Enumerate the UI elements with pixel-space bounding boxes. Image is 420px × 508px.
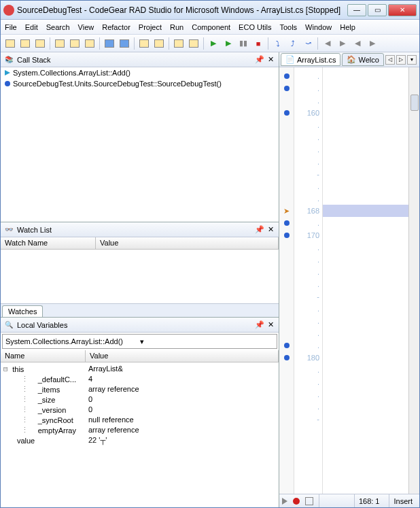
step-button[interactable]: ⤵ [271,37,285,50]
file-icon: 📄 [285,55,295,64]
locals-icon: 🔍 [3,320,14,331]
callstack-icon: 📚 [3,54,14,65]
window-title: SourceDebugTest - CodeGear RAD Studio fo… [17,5,347,15]
run-no-debug-button[interactable]: ▶ [222,37,235,50]
pause-button[interactable]: ▮▮ [237,37,250,50]
menu-project[interactable]: Project [139,23,162,31]
locals-row[interactable]: ⋮ _size0 [1,394,279,405]
nav-button[interactable]: ▶ [366,37,379,50]
maximize-button[interactable]: ▭ [368,4,387,16]
locals-context-select[interactable]: System.Collections.ArrayList::Add() ▾ [2,334,277,349]
titlebar: SourceDebugTest - CodeGear RAD Studio fo… [1,1,419,20]
menu-component[interactable]: Component [192,23,230,31]
home-icon: 🏠 [347,55,356,64]
pin-icon[interactable]: 📌 [254,54,265,65]
record-indicator-icon [293,498,300,505]
vertical-scrollbar[interactable] [408,67,419,494]
locals-row[interactable]: ⋮ _syncRootnull reference [1,415,279,425]
callstack-title: Call Stack [17,56,254,64]
locals-row[interactable]: value22 '┬' [1,435,279,445]
tab-watches[interactable]: Watches [2,305,43,317]
save-button[interactable] [103,37,116,50]
toolbar-btn[interactable] [18,37,32,50]
col-watch-value[interactable]: Value [96,237,279,249]
run-button[interactable]: ▶ [207,37,220,50]
menu-search[interactable]: Search [46,23,70,31]
toolbar-btn[interactable] [152,37,166,50]
close-button[interactable]: ✕ [388,4,417,16]
tab-arraylist[interactable]: 📄 ArrayList.cs [281,53,340,66]
toolbar-btn[interactable] [83,37,97,50]
menu-help[interactable]: Help [340,23,355,31]
line-gutter: ...160....-..168.170....-....180....- [294,67,323,494]
pin-icon[interactable]: 📌 [254,224,265,235]
locals-row[interactable]: ⋮ emptyArrayarray reference [1,425,279,435]
tab-welcome[interactable]: 🏠 Welco [342,53,383,66]
open-button[interactable] [137,37,151,50]
watch-panel: 👓 Watch List 📌 ✕ Watch Name Value Watche… [1,222,279,318]
scroll-thumb[interactable] [410,95,419,111]
watch-title: Watch List [17,226,254,234]
nav-fwd-button[interactable]: ▶ [336,37,349,50]
locals-tree: ⊟ thisArrayList& ⋮ _defaultC...4 ⋮ _item… [1,362,279,507]
editor-statusbar: 168: 1 Insert [279,494,419,507]
locals-title: Local Variables [17,321,254,329]
panel-close-icon[interactable]: ✕ [265,224,276,235]
step-button[interactable]: ⤴ [286,37,300,50]
menu-eco-utils[interactable]: ECO Utils [239,23,271,31]
panel-close-icon[interactable]: ✕ [265,320,276,331]
nav-button[interactable]: ◀ [351,37,364,50]
status-icon [305,497,313,505]
nav-back-button[interactable]: ◀ [321,37,334,50]
toolbar-btn[interactable] [187,37,200,50]
toolbar-btn[interactable] [68,37,82,50]
code-area[interactable] [323,67,408,494]
breakpoint-margin[interactable]: ➤ [279,67,294,494]
locals-row[interactable]: ⋮ _itemsarray reference [1,384,279,394]
col-watch-name[interactable]: Watch Name [1,237,96,249]
main-toolbar: ▶ ▶ ▮▮ ■ ⤵ ⤴ ⤻ ◀ ▶ ◀ ▶ [1,35,419,52]
step-button[interactable]: ⤻ [301,37,315,50]
menu-window[interactable]: Window [305,23,332,31]
callstack-frame[interactable]: SourceDebugTest.Units.SourceDebugTest::S… [1,78,279,89]
code-editor[interactable]: ➤ ...160....-..168.170....-....180....- [279,67,419,494]
callstack-frame[interactable]: System.Collections.ArrayList::Add() [1,67,279,78]
menu-tools[interactable]: Tools [279,23,297,31]
panel-close-icon[interactable]: ✕ [265,54,276,65]
locals-row[interactable]: ⊟ thisArrayList& [1,364,279,374]
pin-icon[interactable]: 📌 [254,320,265,331]
editor-tabs: 📄 ArrayList.cs 🏠 Welco ◁ ▷ ▾ [279,52,419,67]
toolbar-btn[interactable] [53,37,67,50]
stop-button[interactable]: ■ [251,37,265,50]
frame-icon [5,81,10,86]
menu-refactor[interactable]: Refactor [102,23,130,31]
locals-panel: 🔍 Local Variables 📌 ✕ System.Collections… [1,318,279,507]
tab-nav-next[interactable]: ▷ [396,55,406,65]
menu-file[interactable]: File [5,23,17,31]
menu-run[interactable]: Run [170,23,183,31]
current-frame-icon [5,70,10,75]
menubar: File Edit Search View Refactor Project R… [1,20,419,35]
locals-row[interactable]: ⋮ _defaultC...4 [1,374,279,384]
toolbar-btn[interactable] [33,37,47,50]
toolbar-btn[interactable] [172,37,186,50]
col-value[interactable]: Value [86,350,279,362]
menu-edit[interactable]: Edit [25,23,38,31]
status-position: 168: 1 [354,494,384,507]
menu-view[interactable]: View [78,23,94,31]
app-icon [3,5,14,16]
save-all-button[interactable] [118,37,131,50]
tab-list-icon[interactable]: ▾ [407,55,417,65]
callstack-panel: 📚 Call Stack 📌 ✕ System.Collections.Arra… [1,52,279,222]
run-indicator-icon [282,498,287,505]
locals-row[interactable]: ⋮ _version0 [1,405,279,415]
col-name[interactable]: Name [1,350,86,362]
minimize-button[interactable]: — [347,4,366,16]
toolbar-btn[interactable] [3,37,17,50]
watch-icon: 👓 [3,224,14,235]
tab-nav-prev[interactable]: ◁ [385,55,395,65]
status-mode: Insert [389,494,417,507]
chevron-down-icon: ▾ [140,337,275,346]
